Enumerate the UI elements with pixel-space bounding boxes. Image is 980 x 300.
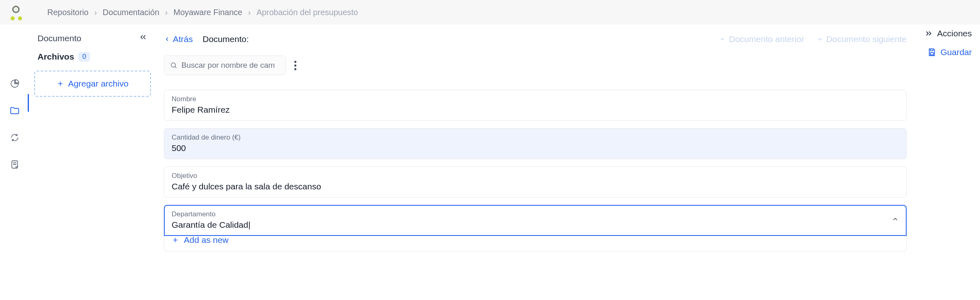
save-button[interactable]: Guardar [927,47,972,57]
chevron-down-icon [817,36,823,42]
rail-active-indicator [28,94,29,112]
search-input-container[interactable] [164,56,286,75]
field-label: Departamento [172,210,892,218]
chevron-right-icon: › [94,8,97,17]
breadcrumb-item[interactable]: Documentación [103,8,159,17]
chevron-right-icon: › [165,8,168,17]
next-document-label: Documento siguiente [826,34,907,44]
actions-toggle[interactable]: Acciones [924,29,972,38]
field-label: Objetivo [172,172,899,180]
search-icon [170,61,177,69]
field-value[interactable]: Garantía de Calidad [172,220,892,230]
prev-document-label: Documento anterior [729,34,804,44]
files-label: Archivos [38,52,74,62]
chevron-up-icon[interactable] [892,216,899,225]
sidebar-panel: Documento Archivos 0 Agregar archivo [29,24,156,300]
save-icon [927,48,936,57]
field-label: Cantidad de dinero (€) [172,133,899,142]
add-as-new-label: Add as new [184,235,229,245]
files-count-badge: 0 [78,52,90,62]
chevron-right-icon: › [248,8,251,17]
back-button[interactable]: Atrás [164,34,193,44]
breadcrumb-item[interactable]: Moyaware Finance [173,8,242,17]
nav-rail [0,24,29,300]
field-name[interactable]: Nombre Felipe Ramírez [164,90,907,121]
plus-icon [57,80,64,87]
chart-icon[interactable] [9,78,21,90]
main-content: Atrás Documento: Documento anterior Docu… [156,24,915,300]
collapse-sidebar-icon[interactable] [139,33,148,44]
chevron-left-icon [164,36,170,42]
right-actions-column: Acciones Guardar [924,29,972,57]
field-label: Nombre [172,95,899,103]
field-value[interactable]: Felipe Ramírez [172,105,899,115]
form-icon[interactable] [9,158,21,171]
breadcrumb: Repositorio › Documentación › Moyaware F… [47,8,358,17]
document-title-label: Documento: [203,34,249,44]
sidebar-title: Documento [38,33,81,43]
breadcrumb-item[interactable]: Repositorio [47,8,88,17]
chevron-up-icon [719,36,726,42]
more-options-icon[interactable] [294,61,296,70]
back-label: Atrás [173,34,193,44]
svg-rect-2 [930,53,933,55]
add-file-button[interactable]: Agregar archivo [34,71,151,97]
files-section-header: Archivos 0 [34,49,151,65]
app-logo [7,4,23,20]
field-value[interactable]: Café y dulces para la sala de descanso [172,182,899,191]
field-amount[interactable]: Cantidad de dinero (€) 500 [164,128,907,159]
field-goal[interactable]: Objetivo Café y dulces para la sala de d… [164,167,907,198]
folder-icon[interactable] [9,104,21,117]
topbar: Repositorio › Documentación › Moyaware F… [0,0,980,24]
search-input[interactable] [181,61,280,70]
double-chevron-right-icon [924,29,933,38]
svg-point-1 [171,63,175,67]
plus-icon [172,236,179,244]
prev-document-button[interactable]: Documento anterior [719,34,804,44]
add-file-label: Agregar archivo [68,79,128,89]
actions-label: Acciones [937,29,972,38]
field-department[interactable]: Departamento Garantía de Calidad [164,205,907,236]
next-document-button[interactable]: Documento siguiente [817,34,907,44]
field-value[interactable]: 500 [172,143,899,153]
save-label: Guardar [940,47,972,57]
breadcrumb-current: Aprobación del presupuesto [256,8,358,17]
sync-icon[interactable] [9,131,21,144]
